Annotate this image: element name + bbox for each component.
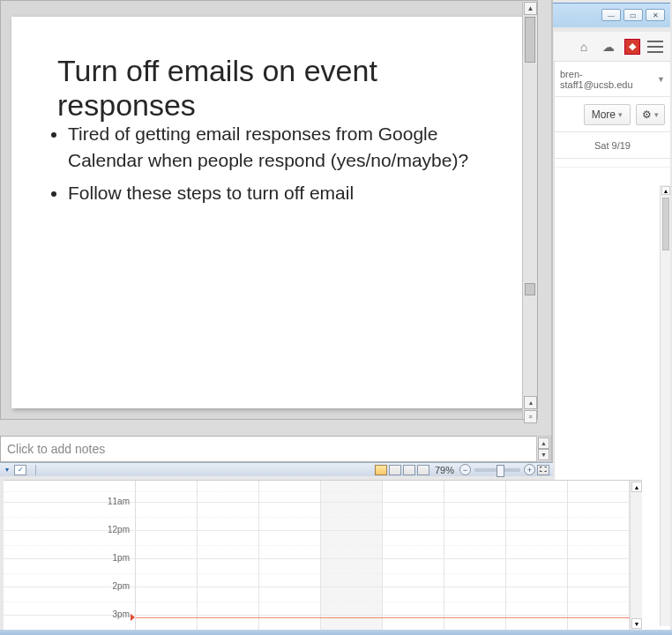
chevron-down-icon: ▼	[657, 75, 665, 84]
day-column[interactable]	[383, 481, 444, 630]
powerpoint-window: Turn off emails on event responses Tired…	[0, 0, 553, 476]
day-column[interactable]	[136, 481, 198, 630]
notes-placeholder: Click to add notes	[7, 442, 105, 456]
day-column[interactable]	[568, 481, 630, 630]
gear-icon: ⚙	[642, 108, 652, 121]
scroll-thumb[interactable]	[525, 17, 535, 63]
now-indicator	[136, 617, 630, 618]
maximize-button[interactable]: ▭	[623, 9, 643, 21]
zoom-in-button[interactable]: +	[524, 464, 535, 475]
zoom-slider[interactable]	[474, 468, 520, 472]
scroll-up-icon[interactable]: ▲	[538, 437, 549, 449]
scroll-thumb[interactable]	[525, 283, 535, 295]
slide-bullet: Follow these steps to turn off email	[68, 180, 493, 206]
scroll-down-icon[interactable]: ▼	[538, 449, 549, 460]
zoom-label: 79%	[435, 465, 454, 475]
hamburger-menu-icon[interactable]	[647, 41, 663, 53]
slide[interactable]: Turn off emails on event responses Tired…	[11, 17, 528, 408]
slide-pane: Turn off emails on event responses Tired…	[0, 0, 538, 420]
user-email-label: bren-staff1@ucsb.edu	[560, 69, 653, 90]
now-indicator-icon	[131, 614, 135, 621]
hour-label: 3pm	[113, 609, 130, 619]
calendar-controls: More ▾ ⚙ ▾	[555, 97, 670, 132]
slide-bullet: Tired of getting email responses from Go…	[68, 121, 493, 175]
zoom-out-button[interactable]: −	[459, 464, 471, 475]
separator	[35, 465, 36, 475]
settings-button[interactable]: ⚙ ▾	[636, 104, 665, 125]
allday-cell[interactable]	[555, 159, 670, 168]
slide-bullets[interactable]: Tired of getting email responses from Go…	[50, 121, 493, 212]
calendar-scrollbar[interactable]: ▲ ▼	[630, 481, 642, 630]
dropdown-icon[interactable]: ▾	[5, 466, 9, 474]
day-column[interactable]	[198, 481, 259, 630]
scroll-up-icon[interactable]: ▲	[661, 186, 670, 195]
extension-icon[interactable]: ◆	[624, 39, 640, 55]
day-columns	[136, 481, 630, 630]
spellcheck-icon[interactable]: ✓	[14, 465, 26, 475]
sidebar-scrollbar[interactable]: ▲	[660, 185, 670, 626]
window-bottom-border	[0, 630, 672, 635]
normal-view-button[interactable]	[375, 465, 387, 475]
next-slide-icon[interactable]: ≡	[524, 410, 537, 423]
notes-scrollbar[interactable]: ▲ ▼	[536, 436, 551, 462]
prev-slide-icon[interactable]: ▴	[524, 396, 537, 409]
day-column-today[interactable]	[321, 481, 383, 630]
scroll-up-icon[interactable]: ▲	[524, 2, 537, 15]
close-button[interactable]: ✕	[646, 9, 665, 21]
day-column[interactable]	[444, 481, 506, 630]
time-column: 11am 12pm 1pm 2pm 3pm	[4, 481, 136, 630]
day-label: Sat 9/19	[594, 140, 631, 151]
more-label: More	[592, 108, 616, 121]
chevron-down-icon: ▾	[618, 110, 623, 119]
status-bar: ▾ ✓ 79% − + ⛶	[0, 462, 553, 476]
minimize-button[interactable]: —	[601, 9, 621, 21]
more-button[interactable]: More ▾	[584, 104, 631, 125]
slideshow-view-button[interactable]	[417, 465, 429, 475]
scroll-down-icon[interactable]: ▼	[631, 618, 642, 629]
notes-pane[interactable]: Click to add notes	[0, 436, 538, 462]
day-header: Sat 9/19	[555, 132, 670, 159]
sorter-view-button[interactable]	[389, 465, 401, 475]
day-column[interactable]	[506, 481, 568, 630]
chat-icon[interactable]: ☁	[600, 38, 617, 56]
calendar-grid: 11am 12pm 1pm 2pm 3pm ▲	[4, 480, 642, 630]
slide-title[interactable]: Turn off emails on event responses	[57, 54, 511, 123]
scroll-up-icon[interactable]: ▲	[631, 482, 642, 492]
user-menu[interactable]: bren-staff1@ucsb.edu ▼	[555, 62, 670, 97]
fit-to-window-button[interactable]: ⛶	[537, 465, 549, 475]
scroll-thumb[interactable]	[662, 198, 669, 250]
slide-scrollbar[interactable]: ▲ ▴ ≡	[522, 1, 537, 419]
browser-toolbar: ⌂ ☁ ◆	[554, 32, 670, 62]
reading-view-button[interactable]	[403, 465, 415, 475]
home-icon[interactable]: ⌂	[575, 38, 593, 56]
day-column[interactable]	[259, 481, 321, 630]
chevron-down-icon: ▾	[654, 110, 659, 119]
